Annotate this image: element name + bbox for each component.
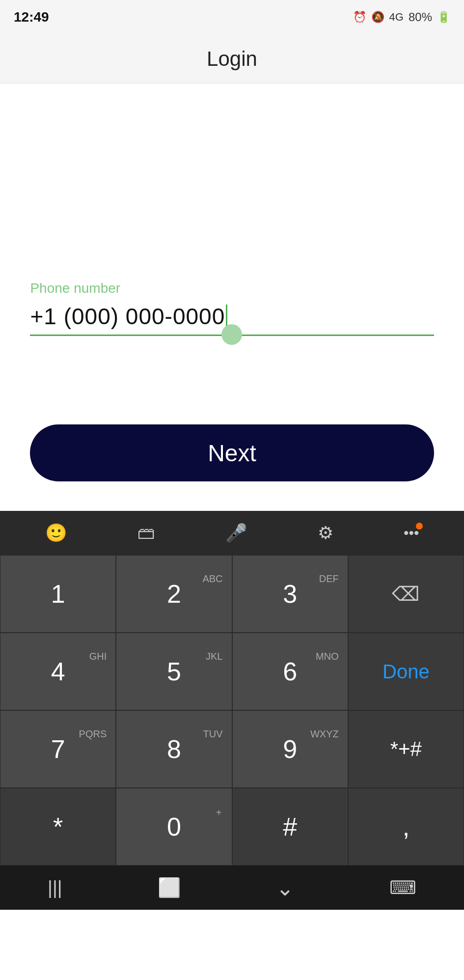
text-cursor [226, 305, 227, 328]
nav-menu-icon[interactable]: ||| [48, 877, 62, 898]
next-button-area: Next [30, 424, 434, 481]
next-button[interactable]: Next [30, 424, 434, 481]
battery-icon: 🔋 [437, 11, 450, 24]
app-bar: Login [0, 34, 464, 84]
key-comma[interactable]: , [348, 788, 464, 866]
next-button-label: Next [208, 440, 256, 467]
key-backspace[interactable]: ⌫ [348, 555, 464, 633]
nav-back-icon[interactable]: ⌄ [276, 875, 294, 900]
keyboard-toolbar: 🙂 🗃 🎤 ⚙ ••• [0, 511, 464, 555]
key-2[interactable]: 2 ABC [116, 555, 232, 633]
key-7[interactable]: 7 PQRS [0, 710, 116, 788]
keyboard-row-1: 1 2 ABC 3 DEF ⌫ [0, 555, 464, 633]
alarm-icon: ⏰ [353, 11, 366, 24]
mute-icon: 🔕 [371, 11, 384, 24]
key-9[interactable]: 9 WXYZ [232, 710, 348, 788]
keyboard-row-4: * 0 + # , [0, 788, 464, 866]
key-done[interactable]: Done [348, 633, 464, 710]
more-button-container[interactable]: ••• [404, 525, 419, 541]
nav-bar: ||| ⬜ ⌄ ⌨ [0, 866, 464, 910]
battery-indicator: 80% [409, 10, 432, 24]
key-5[interactable]: 5 JKL [116, 633, 232, 710]
status-bar: 12:49 ⏰ 🔕 4G 80% 🔋 [0, 0, 464, 34]
settings-button[interactable]: ⚙ [318, 523, 333, 543]
key-4[interactable]: 4 GHI [0, 633, 116, 710]
keyboard-row-2: 4 GHI 5 JKL 6 MNO Done [0, 633, 464, 710]
key-8[interactable]: 8 TUV [116, 710, 232, 788]
keyboard-grid: 1 2 ABC 3 DEF ⌫ 4 GHI 5 JKL 6 MNO Done [0, 555, 464, 866]
phone-value: +1 (000) 000-0000 [30, 303, 225, 330]
key-star[interactable]: * [0, 788, 116, 866]
page-title: Login [207, 47, 257, 71]
nav-home-icon[interactable]: ⬜ [158, 877, 181, 898]
notification-dot [416, 523, 423, 530]
key-3[interactable]: 3 DEF [232, 555, 348, 633]
sticker-button[interactable]: 🗃 [137, 523, 155, 543]
phone-underline [30, 335, 434, 336]
backspace-icon: ⌫ [392, 583, 420, 605]
nav-keyboard-icon[interactable]: ⌨ [389, 877, 416, 898]
key-hash[interactable]: # [232, 788, 348, 866]
phone-field-container: Phone number +1 (000) 000-0000 [30, 280, 434, 336]
key-0[interactable]: 0 + [116, 788, 232, 866]
mic-button[interactable]: 🎤 [225, 523, 247, 543]
status-time: 12:49 [14, 9, 49, 25]
emoji-button[interactable]: 🙂 [45, 523, 67, 543]
key-special-chars[interactable]: *+# [348, 710, 464, 788]
keyboard-row-3: 7 PQRS 8 TUV 9 WXYZ *+# [0, 710, 464, 788]
key-1[interactable]: 1 [0, 555, 116, 633]
signal-icon: 4G [389, 11, 404, 24]
key-6[interactable]: 6 MNO [232, 633, 348, 710]
status-icons: ⏰ 🔕 4G 80% 🔋 [353, 10, 450, 24]
cursor-dot [221, 324, 242, 345]
main-content: Phone number +1 (000) 000-0000 Next [0, 84, 464, 511]
phone-label: Phone number [30, 280, 434, 296]
